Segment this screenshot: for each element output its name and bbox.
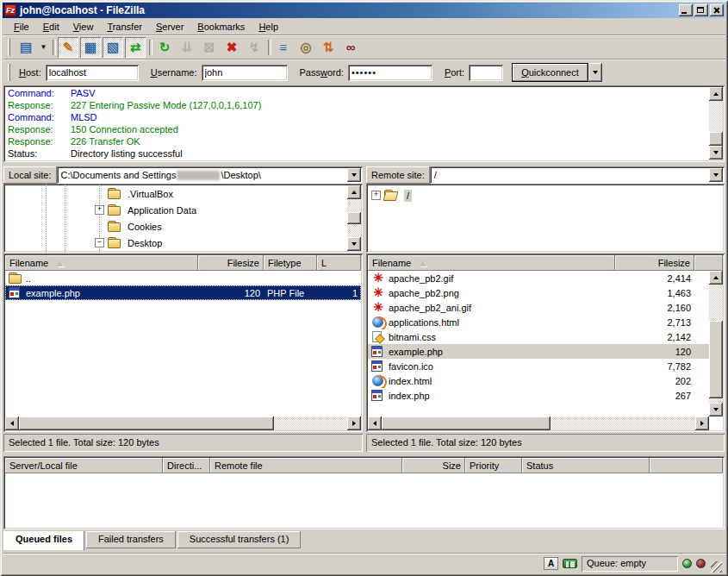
maximize-button[interactable] — [694, 4, 708, 16]
resize-grip[interactable] — [711, 561, 722, 573]
column-header-status[interactable]: Status — [522, 458, 650, 473]
local-file-list: Filename Filesize Filetype L .. — [3, 254, 363, 432]
scrollbar-thumb[interactable] — [347, 212, 361, 224]
minimize-button[interactable] — [679, 4, 693, 16]
file-row[interactable]: applications.html 2,713 — [368, 315, 709, 329]
scrollbar-thumb[interactable] — [382, 416, 551, 430]
file-icon — [371, 360, 385, 372]
column-header-filename[interactable]: Filename — [5, 255, 198, 271]
menu-item[interactable]: Server — [149, 20, 190, 34]
scroll-left-button[interactable] — [368, 416, 382, 430]
file-row[interactable]: favicon.ico 7,782 — [368, 359, 709, 373]
tree-expander-icon[interactable]: + — [371, 191, 381, 200]
username-input[interactable] — [202, 65, 288, 81]
scroll-up-button[interactable] — [709, 87, 723, 101]
tree-item[interactable]: Cookies — [3, 218, 347, 235]
quickconnect-grip[interactable] — [8, 64, 10, 81]
process-queue-button[interactable]: ⇊ — [177, 37, 197, 58]
file-row[interactable]: .. — [5, 271, 361, 285]
column-header-filename[interactable]: Filename — [368, 255, 615, 271]
scrollbar-thumb[interactable] — [19, 416, 274, 430]
file-row[interactable]: bitnami.css 2,142 — [368, 329, 709, 344]
refresh-button[interactable]: ↻ — [154, 37, 175, 58]
filter-button[interactable]: ≡ — [273, 37, 294, 58]
column-header-server-local-file[interactable]: Server/Local file — [5, 458, 163, 473]
column-header-filetype[interactable]: Filetype — [264, 255, 317, 271]
tree-expander-icon[interactable]: − — [95, 238, 104, 247]
tab-queued-files[interactable]: Queued files — [3, 531, 84, 550]
host-input[interactable] — [46, 65, 139, 81]
site-manager-dropdown-button[interactable]: ▼ — [38, 37, 49, 58]
reconnect-icon: ↯ — [249, 41, 260, 53]
column-header-filesize[interactable]: Filesize — [198, 255, 264, 271]
toggle-remote-tree-button[interactable]: ▧ — [103, 37, 123, 58]
scroll-down-button[interactable] — [347, 237, 361, 251]
file-row[interactable]: index.php 267 — [368, 388, 709, 403]
remote-directory-tree: + / — [366, 184, 725, 253]
tree-item[interactable]: + Application Data — [3, 202, 347, 218]
disconnect-button[interactable]: ✖ — [221, 37, 242, 58]
tree-item[interactable]: .VirtualBox — [3, 185, 347, 202]
log-scrollbar[interactable] — [709, 87, 723, 160]
remote-list-hscrollbar[interactable] — [368, 416, 709, 430]
local-list-hscrollbar[interactable] — [5, 416, 361, 430]
encryption-lock-icon[interactable] — [563, 559, 577, 568]
port-input[interactable] — [469, 65, 503, 81]
scroll-down-button[interactable] — [709, 403, 723, 416]
scroll-down-button[interactable] — [709, 146, 723, 160]
cancel-operation-button[interactable]: ⊠ — [199, 37, 220, 58]
local-path-combobox[interactable]: C:\Documents and Settings\Desktop\ — [57, 166, 363, 184]
file-row[interactable]: example.php 120 PHP File 1 — [5, 285, 361, 300]
file-row[interactable]: example.php 120 — [368, 344, 709, 359]
file-row[interactable]: apache_pb2_ani.gif 2,160 — [368, 300, 709, 315]
remote-list-vscrollbar[interactable] — [709, 271, 723, 416]
toggle-local-tree-button[interactable]: ▦ — [80, 37, 101, 58]
scroll-right-button[interactable] — [347, 416, 361, 430]
site-manager-button[interactable]: ▤ — [16, 37, 36, 58]
remote-path-dropdown-button[interactable] — [709, 168, 723, 182]
tree-item[interactable]: − Desktop — [3, 235, 347, 251]
quickconnect-dropdown-button[interactable] — [588, 63, 602, 82]
scroll-right-button[interactable] — [695, 416, 709, 430]
chevron-down-icon: ▼ — [40, 44, 47, 51]
arrow-down-icon — [352, 242, 357, 246]
scrollbar-thumb[interactable] — [709, 321, 723, 398]
scrollbar-thumb[interactable] — [709, 132, 723, 146]
menu-item[interactable]: Bookmarks — [190, 20, 252, 34]
synchronized-browsing-button[interactable]: ⇅ — [318, 37, 339, 58]
tree-item[interactable]: + / — [366, 187, 723, 203]
local-tree-scrollbar[interactable] — [347, 185, 361, 251]
tab-successful-transfers[interactable]: Successful transfers (1) — [177, 531, 302, 548]
menu-item[interactable]: Edit — [36, 20, 66, 34]
reconnect-button[interactable]: ↯ — [244, 37, 264, 58]
toolbar-grip[interactable] — [8, 39, 10, 56]
local-path-dropdown-button[interactable] — [347, 168, 361, 182]
quickconnect-button[interactable]: Quickconnect — [512, 63, 588, 82]
find-files-button[interactable]: ∞ — [340, 37, 361, 58]
scroll-up-button[interactable] — [709, 271, 723, 285]
close-button[interactable] — [710, 4, 724, 16]
menu-item[interactable]: View — [66, 20, 101, 34]
menu-item[interactable]: Transfer — [100, 20, 149, 34]
tree-expander-icon[interactable]: + — [95, 205, 104, 215]
directory-comparison-button[interactable]: ◎ — [296, 37, 316, 58]
scroll-left-button[interactable] — [5, 416, 19, 430]
column-header-direction[interactable]: Directi... — [163, 458, 210, 473]
file-row[interactable]: index.html 202 — [368, 373, 709, 388]
menu-item[interactable]: File — [7, 20, 36, 34]
password-input[interactable] — [348, 65, 432, 81]
tab-failed-transfers[interactable]: Failed transfers — [86, 531, 176, 548]
menu-item[interactable]: Help — [252, 20, 285, 34]
column-header-last-modified[interactable]: L — [317, 255, 361, 271]
scroll-up-button[interactable] — [347, 185, 361, 199]
transfer-type-indicator-icon[interactable]: A — [544, 557, 558, 570]
remote-path-combobox[interactable]: / — [430, 166, 725, 184]
column-header-size[interactable]: Size — [402, 458, 465, 473]
column-header-filesize[interactable]: Filesize — [615, 255, 694, 271]
column-header-remote-file[interactable]: Remote file — [210, 458, 402, 473]
column-header-priority[interactable]: Priority — [465, 458, 522, 473]
toggle-message-log-button[interactable]: ✎ — [58, 37, 78, 58]
file-row[interactable]: apache_pb2.gif 2,414 — [368, 271, 709, 285]
toggle-queue-button[interactable]: ⇄ — [125, 37, 146, 58]
file-row[interactable]: apache_pb2.png 1,463 — [368, 285, 709, 300]
